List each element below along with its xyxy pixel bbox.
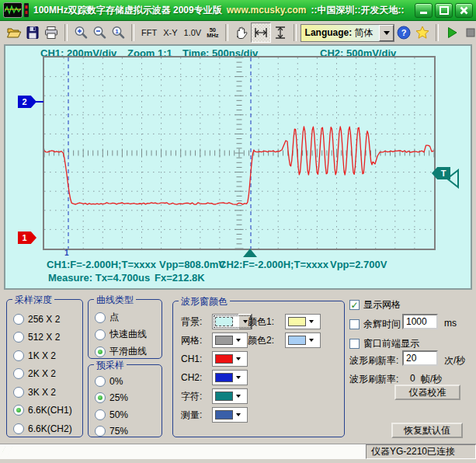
background-color-dropdown[interactable] [212, 314, 252, 329]
chevron-down-icon [236, 357, 241, 360]
minimize-icon [420, 12, 427, 14]
star-icon [415, 25, 430, 40]
help-button[interactable]: ? [394, 23, 413, 42]
persistence-unit: ms [444, 318, 457, 329]
radio-0pct[interactable]: 0% [95, 376, 128, 386]
window-title: 100MHz双踪数字存储虚拟示波器 2009专业版 www.mcusky.com… [33, 4, 404, 17]
close-button[interactable] [455, 3, 473, 18]
volt-button[interactable]: 1.0V [181, 28, 205, 37]
calibrate-button[interactable]: 仪器校准 [394, 385, 460, 400]
radio-icon[interactable] [13, 423, 24, 434]
xy-mode-button[interactable]: X-Y [160, 28, 180, 37]
radio-1kx2[interactable]: 1K X 2 [13, 350, 72, 360]
radio-75pct[interactable]: 75% [95, 426, 128, 437]
printer-icon [43, 25, 59, 40]
waveform-colors-group: 波形窗颜色 背景: 网格: CH1: C [172, 301, 345, 437]
ch1-position-marker[interactable]: 1 [18, 232, 36, 244]
radio-smooth-curve[interactable]: 平滑曲线 [95, 346, 147, 357]
color2-dropdown[interactable] [285, 332, 321, 348]
measure-color-dropdown[interactable] [212, 407, 248, 423]
chevron-down-icon [309, 339, 314, 342]
minimize-button[interactable] [415, 3, 433, 18]
waveform-display[interactable] [43, 56, 436, 250]
color-row-ch2: CH2: [181, 370, 252, 385]
presample-group: 预采样 0% 25% 50% 75% [88, 364, 162, 437]
show-grid-checkbox-row[interactable]: ✓ 显示网格 [349, 298, 401, 312]
window-front-checkbox-row[interactable]: 窗口前端显示 [349, 337, 419, 350]
show-grid-checkbox[interactable]: ✓ [349, 300, 360, 310]
toolbar-separator [64, 24, 68, 41]
radio-icon[interactable] [95, 346, 106, 357]
play-icon [444, 25, 460, 40]
refresh-rate-input[interactable] [402, 350, 438, 366]
hand-tool-button[interactable] [232, 23, 251, 42]
vertical-measure-button[interactable] [271, 23, 290, 42]
radio-icon[interactable] [95, 329, 106, 340]
radio-50pct[interactable]: 50% [95, 409, 128, 419]
color-row-measure: 测量: [181, 407, 252, 423]
language-dropdown-arrow[interactable] [379, 25, 394, 41]
color-swatch [215, 336, 233, 345]
radio-icon[interactable] [13, 405, 24, 416]
radio-256x2[interactable]: 256 X 2 [13, 314, 72, 324]
chevron-down-icon [236, 376, 241, 379]
persistence-checkbox-row[interactable]: 余辉时间 [349, 318, 401, 331]
bandwidth-button[interactable]: 50 MHz [204, 27, 221, 38]
radio-icon[interactable] [13, 332, 24, 343]
favorite-button[interactable] [413, 23, 432, 42]
ch1-readout: CH1:F=-2.000H;T=xxxx [47, 259, 156, 270]
ch1-color-dropdown[interactable] [212, 351, 248, 367]
print-button[interactable] [42, 23, 61, 42]
radio-dots[interactable]: 点 [95, 312, 147, 322]
window-front-checkbox[interactable] [349, 339, 360, 349]
horizontal-measure-button[interactable] [251, 23, 271, 43]
radio-66k-ch2[interactable]: 6.6K(CH2) [13, 423, 72, 433]
ch2-position-marker[interactable]: 2 [18, 96, 36, 108]
radio-25pct[interactable]: 25% [95, 393, 128, 403]
radio-icon[interactable] [95, 426, 106, 437]
restore-defaults-button[interactable]: 恢复默认值 [391, 423, 463, 438]
group-title: 曲线类型 [94, 294, 136, 307]
help-icon: ? [396, 25, 412, 40]
radio-icon[interactable] [13, 387, 24, 398]
run-button[interactable] [443, 23, 461, 42]
fft-button[interactable]: FFT [138, 28, 160, 37]
sampling-depth-group: 采样深度 256 X 2 512 X 2 1K X 2 2K X 2 3K X … [6, 299, 83, 437]
language-select[interactable]: Language: 简体 [301, 24, 395, 42]
chevron-down-icon [236, 395, 241, 398]
radio-512x2[interactable]: 512 X 2 [13, 332, 72, 343]
color1-dropdown[interactable] [285, 314, 321, 329]
persistence-checkbox[interactable] [349, 319, 360, 329]
zoom-in-button[interactable] [71, 23, 90, 42]
radio-icon[interactable] [13, 368, 24, 379]
radio-icon[interactable] [95, 409, 106, 420]
text-color-dropdown[interactable] [212, 388, 248, 404]
radio-icon[interactable] [95, 376, 106, 387]
trigger-position-icon[interactable] [243, 249, 257, 257]
app-window: 100MHz双踪数字存储虚拟示波器 2009专业版 www.mcusky.com… [0, 0, 476, 463]
zoom-reset-button[interactable]: 1 [109, 23, 127, 42]
radio-icon[interactable] [13, 350, 24, 361]
grid-color-dropdown[interactable] [212, 332, 248, 348]
maximize-button[interactable] [435, 3, 453, 18]
ch2-color-dropdown[interactable] [212, 370, 248, 385]
connection-status: 仪器YG-2210已连接 [366, 444, 476, 459]
svg-text:?: ? [401, 28, 407, 37]
radio-icon[interactable] [95, 312, 106, 323]
radio-icon[interactable] [95, 392, 106, 403]
toolbar-separator [294, 24, 297, 41]
radio-3kx2[interactable]: 3K X 2 [13, 387, 72, 397]
stop-button[interactable] [461, 23, 476, 42]
radio-icon[interactable] [13, 314, 24, 325]
ch1-vpp-readout: Vpp=808.0mV [159, 259, 225, 270]
zoom-out-button[interactable] [90, 23, 109, 42]
open-file-button[interactable] [5, 23, 23, 42]
radio-2kx2[interactable]: 2K X 2 [13, 369, 72, 379]
color-swatch [215, 392, 233, 401]
chevron-down-icon [309, 320, 314, 323]
radio-fast-curve[interactable]: 快速曲线 [95, 329, 147, 339]
radio-66k-ch1[interactable]: 6.6K(CH1) [13, 406, 72, 416]
stop-icon [463, 25, 476, 40]
save-button[interactable] [23, 23, 42, 42]
persistence-time-input[interactable] [402, 314, 438, 329]
